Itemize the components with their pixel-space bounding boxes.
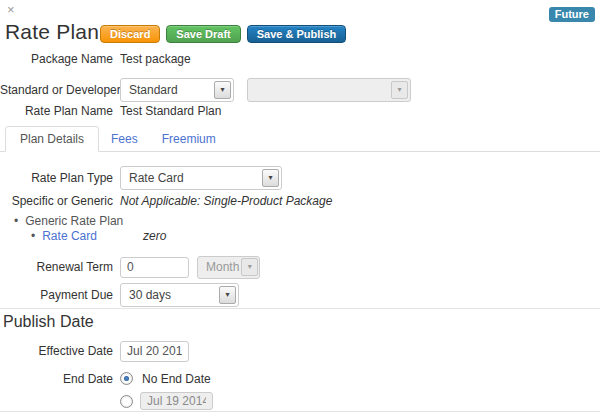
section-divider bbox=[0, 308, 600, 309]
rate-card-item: • Rate Card bbox=[31, 229, 97, 243]
rate-plan-name-label: Rate Plan Name bbox=[0, 104, 113, 118]
chevron-down-icon: ▾ bbox=[214, 81, 231, 99]
rate-plan-type-selected-value: Rate Card bbox=[129, 171, 184, 185]
rate-plan-type-label: Rate Plan Type bbox=[0, 171, 113, 185]
payment-due-label: Payment Due bbox=[0, 288, 113, 302]
secondary-disabled-select: ▾ bbox=[247, 78, 411, 102]
standard-or-developer-row: Standard or Developer Standard ▾ ▾ bbox=[0, 78, 411, 102]
bullet-icon: • bbox=[14, 214, 18, 228]
renewal-term-input[interactable] bbox=[120, 257, 189, 278]
standard-or-developer-selected-value: Standard bbox=[129, 83, 178, 97]
end-date-label: End Date bbox=[0, 372, 113, 386]
tab-plan-details[interactable]: Plan Details bbox=[5, 126, 99, 152]
renewal-term-unit-select: Month ▾ bbox=[197, 256, 260, 279]
payment-due-select[interactable]: 30 days ▾ bbox=[120, 283, 239, 307]
renewal-term-label: Renewal Term bbox=[0, 260, 113, 274]
tab-freemium[interactable]: Freemium bbox=[150, 127, 228, 151]
discard-button[interactable]: Discard bbox=[100, 25, 160, 43]
end-date-row: End Date No End Date bbox=[0, 371, 211, 386]
close-icon[interactable]: × bbox=[7, 2, 15, 17]
rate-plan-name-value: Test Standard Plan bbox=[120, 104, 221, 118]
chevron-down-icon: ▾ bbox=[219, 286, 236, 304]
save-draft-button[interactable]: Save Draft bbox=[166, 25, 240, 43]
specific-or-generic-row: Specific or Generic Not Applicable: Sing… bbox=[0, 193, 332, 209]
rate-plan-page: × Rate Plan Discard Save Draft Save & Pu… bbox=[0, 0, 600, 416]
standard-or-developer-label: Standard or Developer bbox=[0, 83, 113, 97]
rate-plan-type-row: Rate Plan Type Rate Card ▾ bbox=[0, 166, 282, 190]
chevron-down-icon: ▾ bbox=[262, 169, 279, 187]
chevron-down-icon: ▾ bbox=[241, 258, 258, 276]
effective-date-input[interactable] bbox=[120, 341, 189, 362]
specific-or-generic-label: Specific or Generic bbox=[0, 194, 113, 208]
rate-plan-type-select[interactable]: Rate Card ▾ bbox=[120, 166, 282, 190]
payment-due-row: Payment Due 30 days ▾ bbox=[0, 283, 239, 307]
rate-plan-name-row: Rate Plan Name Test Standard Plan bbox=[0, 103, 221, 119]
end-date-option-row bbox=[0, 392, 213, 410]
renewal-term-row: Renewal Term Month ▾ bbox=[0, 255, 260, 279]
no-end-date-option-label: No End Date bbox=[142, 372, 211, 386]
package-name-value: Test package bbox=[120, 52, 191, 66]
package-name-label: Package Name bbox=[0, 52, 113, 66]
generic-rate-plan-label: Generic Rate Plan bbox=[25, 214, 123, 228]
rate-card-value: zero bbox=[143, 229, 166, 243]
future-status-badge[interactable]: Future bbox=[549, 7, 595, 22]
payment-due-selected-value: 30 days bbox=[129, 288, 171, 302]
tab-bar: Plan Details Fees Freemium bbox=[0, 126, 600, 152]
renewal-term-unit-value: Month bbox=[206, 260, 239, 274]
tab-fees[interactable]: Fees bbox=[99, 127, 150, 151]
no-end-date-radio[interactable] bbox=[120, 372, 133, 385]
effective-date-row: Effective Date bbox=[0, 340, 189, 362]
standard-or-developer-select[interactable]: Standard ▾ bbox=[120, 78, 234, 102]
publish-date-heading: Publish Date bbox=[3, 313, 94, 331]
chevron-down-icon: ▾ bbox=[391, 81, 408, 99]
generic-rate-plan-item: • Generic Rate Plan bbox=[14, 214, 123, 228]
bullet-icon: • bbox=[31, 229, 35, 243]
specific-or-generic-value: Not Applicable: Single-Product Package bbox=[120, 194, 332, 208]
rate-card-link[interactable]: Rate Card bbox=[42, 229, 97, 243]
package-name-row: Package Name Test package bbox=[0, 51, 191, 67]
effective-date-label: Effective Date bbox=[0, 344, 113, 358]
end-date-value-input bbox=[140, 392, 213, 410]
bottom-divider bbox=[0, 411, 600, 412]
page-title: Rate Plan bbox=[5, 20, 99, 44]
end-date-radio[interactable] bbox=[120, 395, 133, 408]
header-actions: Discard Save Draft Save & Publish bbox=[100, 25, 352, 43]
save-publish-button[interactable]: Save & Publish bbox=[247, 25, 346, 43]
